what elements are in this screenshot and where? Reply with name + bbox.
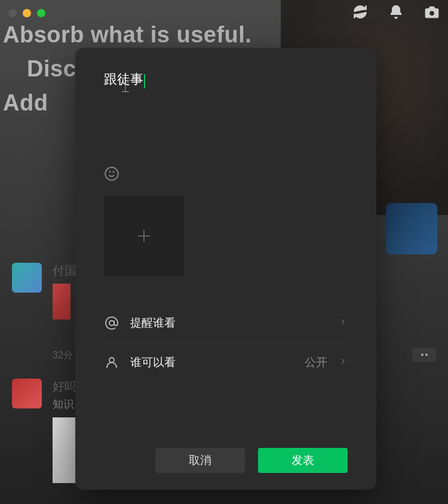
at-icon [104,316,119,330]
feed-timestamp: 32分 [53,349,76,362]
feed-username[interactable]: 付国 [53,263,76,279]
refresh-icon[interactable] [352,4,368,22]
publish-button[interactable]: 发表 [258,448,348,473]
bell-icon[interactable] [388,4,404,22]
chevron-right-icon [338,357,348,368]
person-icon [104,355,119,370]
compose-modal: 跟徒事 ⌶ 提醒谁看 谁可以看 公开 [75,48,376,490]
mention-option[interactable]: 提醒谁看 [104,303,348,343]
svg-point-6 [109,358,114,362]
text-caret [144,74,145,88]
text-cursor-icon: ⌶ [122,80,129,94]
svg-point-1 [109,171,110,172]
svg-point-0 [105,167,118,180]
feed-avatar[interactable] [12,263,42,293]
compose-options: 提醒谁看 谁可以看 公开 [104,303,348,382]
window-controls [8,9,45,17]
visibility-value: 公开 [305,355,327,370]
emoji-button[interactable] [104,166,121,183]
compose-textarea[interactable]: 跟徒事 ⌶ [104,70,348,160]
minimize-window[interactable] [23,9,31,17]
maximize-window[interactable] [37,9,45,17]
visibility-label: 谁可以看 [130,355,294,370]
profile-avatar[interactable] [386,203,437,254]
add-media-button[interactable] [104,196,184,276]
title-bar [0,0,448,26]
feed-avatar[interactable] [12,379,42,408]
visibility-option[interactable]: 谁可以看 公开 [104,343,348,382]
chevron-right-icon [338,317,348,329]
camera-icon[interactable] [424,4,440,22]
svg-point-2 [113,171,114,172]
svg-point-5 [109,321,114,325]
cancel-button[interactable]: 取消 [155,448,245,473]
close-window[interactable] [8,9,17,17]
feed-more-button[interactable] [412,348,436,362]
feed-image[interactable] [53,284,70,319]
modal-actions: 取消 发表 [104,430,348,473]
mention-label: 提醒谁看 [130,315,327,331]
